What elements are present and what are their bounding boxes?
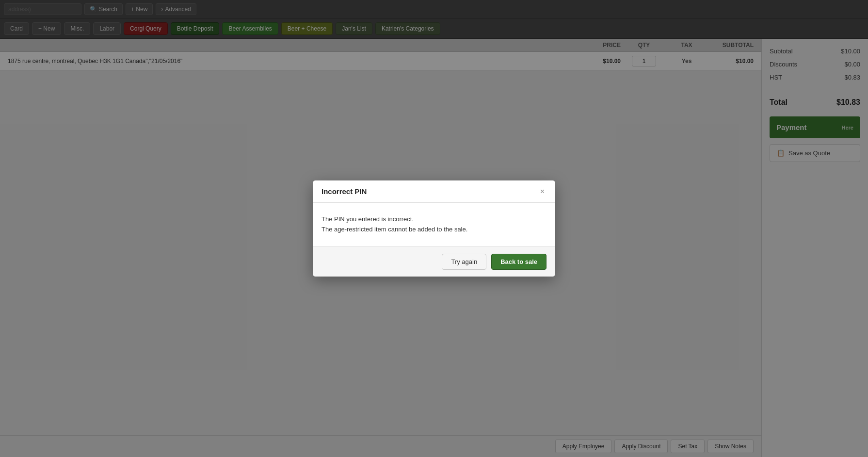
try-again-button[interactable]: Try again	[442, 254, 486, 270]
modal-title: Incorrect PIN	[321, 187, 367, 196]
modal-backdrop: Incorrect PIN × The PIN you entered is i…	[0, 0, 868, 457]
modal-close-button[interactable]: ×	[538, 188, 547, 196]
back-to-sale-button[interactable]: Back to sale	[491, 254, 547, 270]
modal-header: Incorrect PIN ×	[313, 180, 555, 203]
modal-footer: Try again Back to sale	[313, 246, 555, 277]
modal-body: The PIN you entered is incorrect. The ag…	[313, 203, 555, 246]
incorrect-pin-modal: Incorrect PIN × The PIN you entered is i…	[313, 180, 555, 277]
modal-message-line2: The age-restricted item cannot be added …	[321, 225, 547, 235]
modal-message-line1: The PIN you entered is incorrect.	[321, 214, 547, 225]
